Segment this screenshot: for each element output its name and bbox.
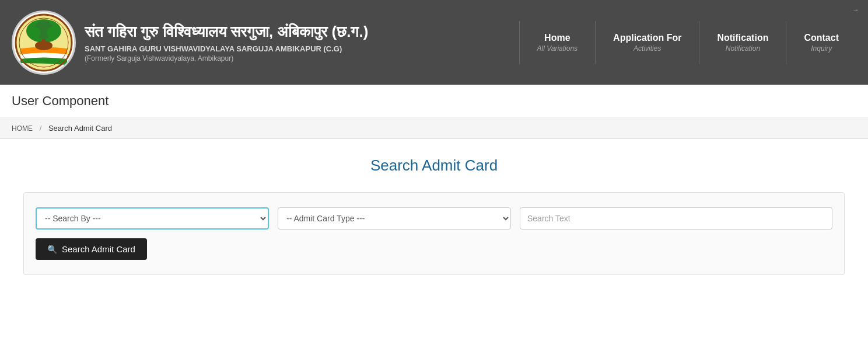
svg-point-6	[35, 41, 52, 50]
nav-item-home[interactable]: Home All Variations	[519, 21, 596, 64]
nav-application-label: Application For	[613, 33, 681, 43]
breadcrumb-home[interactable]: HOME	[12, 124, 33, 133]
main-nav: Home All Variations Application For Acti…	[519, 21, 856, 64]
section-title: Search Admit Card	[12, 157, 856, 175]
breadcrumb-separator: /	[40, 124, 42, 133]
nav-home-sub: All Variations	[537, 44, 578, 53]
breadcrumb: HOME / Search Admit Card	[0, 118, 868, 139]
search-admit-card-button[interactable]: 🔍 Search Admit Card	[36, 238, 147, 260]
search-text-input[interactable]	[520, 207, 832, 230]
search-box: -- Search By --- Enrollment No Applicati…	[23, 192, 845, 275]
university-name: संत गहिरा गुरु विश्विध्यालय सरगुजा, अंबि…	[85, 22, 368, 62]
university-formerly: (Formerly Sarguja Vishwavidyalaya, Ambik…	[85, 54, 368, 62]
main-content: Search Admit Card -- Search By --- Enrol…	[0, 139, 868, 293]
arrow-icon: →	[852, 6, 859, 14]
nav-notification-sub: Notification	[717, 44, 768, 53]
admit-card-type-select[interactable]: -- Admit Card Type --- Regular Ex-Studen…	[278, 207, 511, 230]
nav-item-notification[interactable]: Notification Notification	[699, 21, 786, 64]
svg-point-5	[47, 27, 58, 39]
logo-area: संत गहिरा गुरु विश्विध्यालय सरगुजा, अंबि…	[12, 11, 368, 75]
nav-application-sub: Activities	[613, 44, 681, 53]
search-button-row: 🔍 Search Admit Card	[36, 238, 832, 260]
header: →	[0, 0, 868, 85]
search-button-label: Search Admit Card	[62, 244, 135, 254]
nav-contact-sub: Inquiry	[804, 44, 839, 53]
university-logo	[12, 11, 76, 75]
breadcrumb-current: Search Admit Card	[48, 124, 112, 133]
university-english: SANT GAHIRA GURU VISHWAVIDYALAYA SARGUJA…	[85, 44, 368, 53]
nav-item-application[interactable]: Application For Activities	[595, 21, 699, 64]
search-row: -- Search By --- Enrollment No Applicati…	[36, 207, 832, 230]
svg-point-4	[29, 27, 41, 39]
page-title-section: User Component	[0, 85, 868, 118]
nav-item-contact[interactable]: Contact Inquiry	[786, 21, 856, 64]
nav-contact-label: Contact	[804, 33, 839, 43]
nav-home-label: Home	[537, 33, 578, 43]
search-by-select[interactable]: -- Search By --- Enrollment No Applicati…	[36, 207, 269, 230]
university-hindi: संत गहिरा गुरु विश्विध्यालय सरगुजा, अंबि…	[85, 22, 368, 42]
search-icon: 🔍	[47, 245, 57, 254]
page-title: User Component	[12, 93, 856, 109]
nav-notification-label: Notification	[717, 33, 768, 43]
